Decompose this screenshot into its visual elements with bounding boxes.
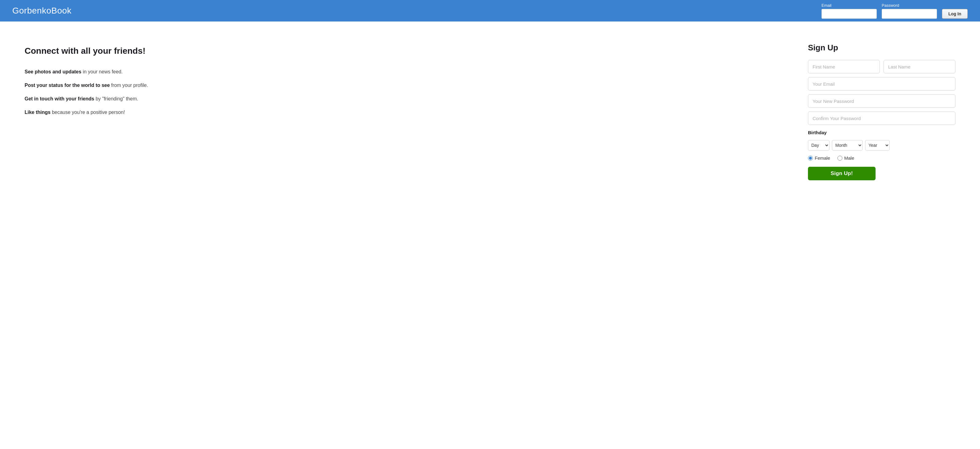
tagline: Connect with all your friends! — [25, 46, 783, 56]
birthday-label: Birthday — [808, 130, 955, 135]
feature-rest-4: because you're a positive person! — [52, 109, 125, 115]
feature-bold-4: Like things — [25, 109, 50, 115]
feature-rest-3: by "friending" them. — [95, 96, 138, 102]
email-field-group: Email — [821, 3, 877, 19]
signup-form: Birthday Day 12345 678910 1112131415 161… — [808, 60, 955, 180]
email-label: Email — [821, 3, 877, 8]
feature-rest-2: from your profile. — [111, 83, 148, 88]
signup-button[interactable]: Sign Up! — [808, 167, 875, 180]
feature-bold-2: Post your status for the world to see — [25, 83, 110, 88]
gender-female-radio[interactable] — [808, 156, 813, 160]
month-select[interactable]: Month JanuaryFebruaryMarch AprilMayJune … — [832, 140, 863, 151]
gender-female-option[interactable]: Female — [808, 155, 830, 160]
feature-bold-1: See photos and updates — [25, 69, 81, 74]
password-label: Password — [882, 3, 937, 8]
gender-male-radio[interactable] — [837, 156, 842, 160]
feature-item-2: Post your status for the world to see fr… — [25, 82, 783, 89]
signup-section: Sign Up Birthday Day 12345 678910 111213 — [808, 40, 955, 431]
password-input[interactable] — [882, 9, 937, 19]
last-name-input[interactable] — [883, 60, 955, 73]
first-name-input[interactable] — [808, 60, 880, 73]
year-select[interactable]: Year 2024202320222021 2020201520102005 2… — [865, 140, 890, 151]
feature-bold-3: Get in touch with your friends — [25, 96, 94, 102]
birthday-selects: Day 12345 678910 1112131415 1617181920 2… — [808, 140, 955, 151]
email-input[interactable] — [821, 9, 877, 19]
navbar: GorbenkoBook Email Password Log In — [0, 0, 980, 22]
feature-item-3: Get in touch with your friends by "frien… — [25, 95, 783, 103]
brand-logo: GorbenkoBook — [12, 6, 72, 16]
feature-rest-1: in your news feed. — [83, 69, 123, 74]
gender-female-label: Female — [815, 155, 830, 160]
signup-title: Sign Up — [808, 43, 955, 52]
feature-list: See photos and updates in your news feed… — [25, 68, 783, 116]
feature-item-4: Like things because you're a positive pe… — [25, 109, 783, 116]
password-field-group: Password — [882, 3, 937, 19]
gender-male-option[interactable]: Male — [837, 155, 854, 160]
feature-item-1: See photos and updates in your news feed… — [25, 68, 783, 76]
gender-male-label: Male — [844, 155, 854, 160]
navbar-right: Email Password Log In — [821, 3, 968, 19]
signup-password-input[interactable] — [808, 94, 955, 108]
confirm-password-input[interactable] — [808, 111, 955, 125]
day-select[interactable]: Day 12345 678910 1112131415 1617181920 2… — [808, 140, 829, 151]
gender-row: Female Male — [808, 155, 955, 160]
signup-email-input[interactable] — [808, 77, 955, 90]
main-content: Connect with all your friends! See photo… — [0, 22, 980, 449]
left-section: Connect with all your friends! See photo… — [25, 40, 783, 431]
name-row — [808, 60, 955, 73]
login-button[interactable]: Log In — [942, 9, 968, 19]
